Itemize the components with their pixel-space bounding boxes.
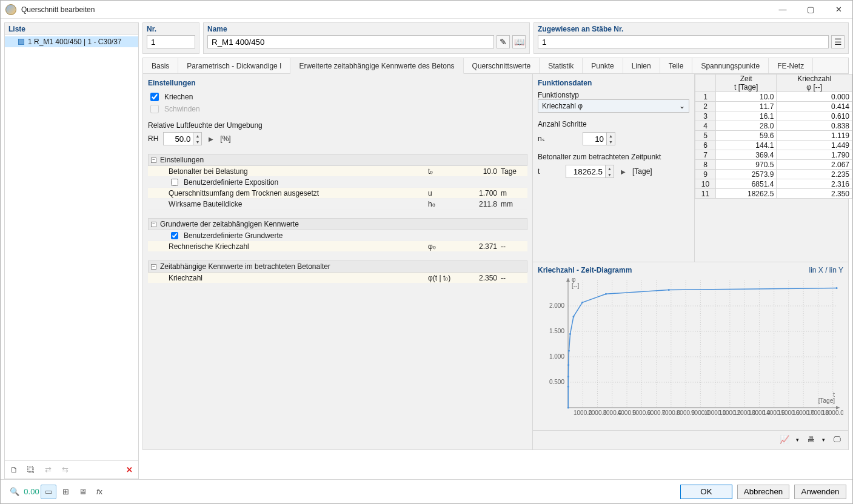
link-icon[interactable]: ⇄	[40, 463, 56, 477]
table-row[interactable]: 316.10.610	[695, 111, 852, 121]
prop-row[interactable]: Querschnittsumfang dem Trocknen ausgeset…	[148, 188, 527, 199]
tab-6[interactable]: Linien	[623, 58, 660, 73]
view-fx-icon[interactable]: fx	[92, 485, 107, 499]
nr-input[interactable]	[147, 35, 195, 48]
svg-point-53	[567, 386, 569, 388]
table-row[interactable]: 428.00.838	[695, 121, 852, 131]
steps-symbol: nₛ	[538, 134, 550, 143]
prop-row[interactable]: Kriechzahlφ(t | t₀)2.350--	[148, 273, 527, 284]
svg-text:[Tage]: [Tage]	[818, 397, 835, 404]
prop-row[interactable]: Rechnerische Kriechzahlφ₀2.371--	[148, 241, 527, 252]
print-icon[interactable]: 🖶	[803, 433, 818, 447]
age-unit: [Tage]	[632, 167, 652, 176]
svg-text:0.500: 0.500	[549, 379, 564, 385]
table-row[interactable]: 92573.92.235	[695, 170, 852, 179]
tab-0[interactable]: Basis	[143, 58, 178, 73]
tab-5[interactable]: Punkte	[583, 58, 623, 73]
library-icon[interactable]: 📖	[512, 35, 526, 48]
svg-point-62	[836, 287, 838, 289]
assign-input[interactable]	[538, 35, 829, 48]
creep-checkbox[interactable]: Kriechen	[148, 91, 527, 103]
new-icon[interactable]: 🗋	[6, 463, 22, 477]
assign-label: Zugewiesen an Stäbe Nr.	[538, 25, 845, 33]
tab-4[interactable]: Statistik	[540, 58, 583, 73]
ok-button[interactable]: OK	[680, 485, 732, 499]
view-section-icon[interactable]: ▭	[41, 485, 56, 499]
cancel-button[interactable]: Abbrechen	[737, 485, 789, 499]
window-title: Querschnitt bearbeiten	[21, 5, 769, 14]
table-row[interactable]: 211.70.414	[695, 102, 852, 111]
cross-section-list[interactable]: 1 R_M1 400/450 | 1 - C30/37	[5, 35, 138, 460]
tab-1[interactable]: Parametrisch - Dickwandige I	[178, 58, 290, 73]
table-row[interactable]: 110.00.000	[695, 92, 852, 102]
svg-point-59	[581, 302, 583, 303]
svg-text:2.000: 2.000	[549, 302, 564, 309]
close-button[interactable]: ✕	[825, 1, 852, 18]
prop-row[interactable]: Benutzerdefinierte Exposition	[148, 177, 527, 188]
section-icon	[18, 39, 24, 45]
rh-arrow-icon[interactable]: ▶	[207, 132, 215, 145]
chart-scale: lin X / lin Y	[809, 266, 843, 274]
steps-spinner[interactable]: ▲▼	[583, 132, 615, 145]
tab-9[interactable]: FE-Netz	[769, 58, 813, 73]
help-icon[interactable]: 🔍	[7, 485, 22, 499]
svg-marker-47	[566, 278, 570, 282]
delete-icon[interactable]: ✕	[121, 463, 137, 477]
unlink-icon[interactable]: ⇆	[57, 463, 73, 477]
rh-unit: [%]	[220, 134, 230, 143]
svg-text:1.000: 1.000	[549, 353, 564, 360]
list-header: Liste	[5, 23, 138, 35]
age-spinner[interactable]: ▲▼	[566, 165, 614, 178]
name-input[interactable]	[207, 35, 494, 48]
shrinkage-checkbox[interactable]: Schwinden	[148, 103, 527, 115]
svg-text:[--]: [--]	[572, 282, 579, 289]
pick-members-icon[interactable]: ☰	[831, 35, 845, 48]
age-arrow-icon[interactable]: ▶	[619, 165, 627, 178]
export-icon[interactable]: 🖵	[829, 433, 845, 447]
svg-point-58	[572, 316, 574, 317]
apply-button[interactable]: Anwenden	[794, 485, 846, 499]
tab-2[interactable]: Erweiterte zeitabhängige Kennwerte des B…	[290, 58, 463, 74]
app-icon	[5, 4, 16, 15]
table-row[interactable]: 559.61.119	[695, 131, 852, 141]
edit-name-icon[interactable]: ✎	[497, 35, 510, 48]
prop-row[interactable]: Wirksame Bauteildickeh₀211.8mm	[148, 199, 527, 210]
maximize-button[interactable]: ▢	[797, 1, 825, 18]
group-header[interactable]: −Zeitabhängige Kennwerte im betrachteten…	[148, 260, 527, 273]
svg-point-57	[569, 333, 571, 335]
group-header[interactable]: −Einstellungen	[148, 154, 527, 166]
rh-symbol: RH	[148, 134, 158, 143]
tab-3[interactable]: Querschnittswerte	[464, 58, 540, 73]
steps-label: Anzahl Schritte	[538, 120, 689, 128]
prop-row[interactable]: Betonalter bei Belastungt₀10.0Tage	[148, 166, 527, 177]
units-icon[interactable]: 0.00	[24, 485, 39, 499]
view-monitor-icon[interactable]: 🖥	[75, 485, 90, 499]
prop-row[interactable]: Benutzerdefinierte Grundwerte	[148, 230, 527, 241]
svg-point-55	[567, 364, 569, 366]
tab-7[interactable]: Teile	[660, 58, 693, 73]
functype-select[interactable]: Kriechzahl φ ⌄	[538, 99, 689, 113]
table-row[interactable]: 7369.41.790	[695, 150, 852, 160]
table-row[interactable]: 6144.11.449	[695, 141, 852, 150]
svg-point-60	[605, 293, 607, 295]
creep-time-chart: 0.5001.0001.5002.0001000.02000.03000.040…	[538, 274, 843, 426]
age-label: Betonalter zum betrachteten Zeitpunkt	[538, 153, 689, 161]
chevron-down-icon: ⌄	[679, 102, 685, 110]
copy-icon[interactable]: ⿻	[23, 463, 39, 477]
tab-8[interactable]: Spannungspunkte	[692, 58, 769, 73]
minimize-button[interactable]: —	[769, 1, 797, 18]
rh-spinner[interactable]: ▲▼	[163, 132, 202, 145]
table-row[interactable]: 1118262.52.350	[695, 189, 852, 199]
svg-text:18000.0: 18000.0	[822, 409, 843, 416]
group-header[interactable]: −Grundwerte der zeitabhängigen Kennwerte	[148, 218, 527, 230]
view-dims-icon[interactable]: ⊞	[58, 485, 73, 499]
name-label: Name	[207, 25, 526, 33]
chart-axes-icon[interactable]: 📈	[777, 433, 792, 447]
rh-label: Relative Luftfeuchte der Umgebung	[148, 121, 527, 130]
age-symbol: t	[538, 167, 550, 176]
settings-title: Einstellungen	[148, 79, 527, 87]
list-item[interactable]: 1 R_M1 400/450 | 1 - C30/37	[5, 36, 138, 47]
table-row[interactable]: 8970.52.067	[695, 160, 852, 170]
svg-point-61	[668, 289, 670, 291]
table-row[interactable]: 106851.42.316	[695, 179, 852, 189]
